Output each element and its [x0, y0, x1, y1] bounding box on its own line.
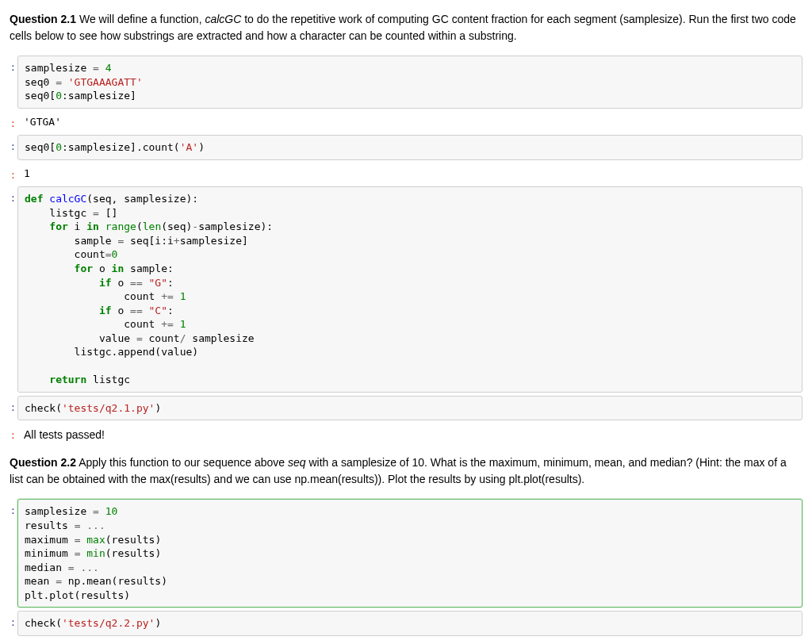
- in-prompt: :: [10, 56, 16, 75]
- code-input[interactable]: check('tests/q2.2.py'): [17, 611, 802, 636]
- question-2-1-func: calcGC: [205, 13, 241, 25]
- question-2-1-label: Question 2.1: [10, 13, 76, 25]
- code-input[interactable]: samplesize = 4 seq0 = 'GTGAAAGATT' seq0[…: [17, 56, 802, 109]
- code-input[interactable]: check('tests/q2.1.py'): [17, 396, 802, 421]
- code-input[interactable]: samplesize = 10 results = ... maximum = …: [17, 499, 802, 608]
- output-cell-2: : 1: [10, 163, 802, 184]
- output-cell-1: : 'GTGA': [10, 112, 802, 132]
- question-2-2: Question 2.2 Apply this function to our …: [10, 454, 802, 488]
- question-2-2-text-a: Apply this function to our sequence abov…: [76, 456, 288, 469]
- out-prompt: :: [10, 424, 16, 443]
- code-input[interactable]: def calcGC(seq, samplesize): listgc = []…: [17, 186, 802, 393]
- out-prompt: :: [10, 163, 16, 182]
- code-cell-6[interactable]: : check('tests/q2.2.py'): [10, 611, 802, 636]
- code-cell-5[interactable]: : samplesize = 10 results = ... maximum …: [10, 499, 802, 608]
- output-text: 'GTGA': [17, 112, 802, 132]
- output-text: 1: [17, 163, 802, 184]
- in-prompt: :: [10, 499, 16, 518]
- in-prompt: :: [10, 396, 16, 415]
- in-prompt: :: [10, 186, 16, 205]
- in-prompt: :: [10, 611, 16, 630]
- output-cell-4: : All tests passed!: [10, 424, 802, 451]
- question-2-2-var: seq: [288, 456, 306, 469]
- code-cell-1[interactable]: : samplesize = 4 seq0 = 'GTGAAAGATT' seq…: [10, 56, 802, 109]
- in-prompt: :: [10, 135, 16, 154]
- question-2-2-label: Question 2.2: [10, 456, 76, 469]
- code-cell-4[interactable]: : check('tests/q2.1.py'): [10, 396, 802, 421]
- code-cell-2[interactable]: : seq0[0:samplesize].count('A'): [10, 135, 802, 160]
- output-text: All tests passed!: [17, 424, 802, 451]
- question-2-1: Question 2.1 We will define a function, …: [10, 11, 802, 44]
- out-prompt: :: [10, 112, 16, 131]
- code-input[interactable]: seq0[0:samplesize].count('A'): [17, 135, 802, 160]
- code-cell-3[interactable]: : def calcGC(seq, samplesize): listgc = …: [10, 186, 802, 393]
- question-2-1-text-a: We will define a function,: [76, 13, 205, 25]
